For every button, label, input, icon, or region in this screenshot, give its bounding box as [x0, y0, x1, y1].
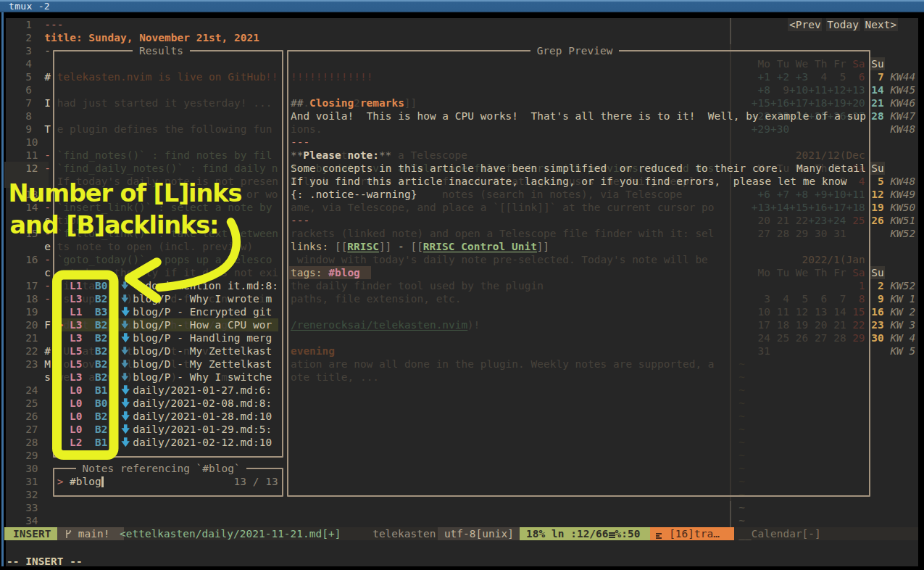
calendar-sunday-date[interactable]: 2	[878, 279, 884, 292]
dim-text: Mo Tu We Th Fr	[757, 57, 846, 70]
calendar-week-number: KW45	[890, 83, 915, 96]
links-count: L3	[70, 371, 82, 384]
key-label: tags:	[291, 266, 322, 279]
warning-segment: [16]tra…	[650, 527, 733, 540]
window-left-border	[1, 12, 4, 566]
preview-text: #blog	[70, 475, 101, 488]
dim-red-text: 1	[859, 279, 865, 292]
calendar-sunday-date[interactable]: 26	[871, 214, 883, 227]
dim-text: ions.	[291, 123, 322, 136]
calendar-week-number: KW44	[890, 70, 915, 83]
empty-line-tilde-dim: ~	[738, 384, 745, 397]
buffer-text-fragment: c	[44, 266, 51, 279]
dim-red-text: 22	[852, 318, 865, 331]
line-number: 25	[25, 397, 38, 410]
dim-red-text: 8	[859, 292, 865, 305]
results-window-title: Results	[133, 44, 190, 57]
bracket-text: **	[291, 149, 303, 162]
result-filename[interactable]: blog/P - Why I wrote m	[133, 292, 272, 305]
result-filename[interactable]: do i mention it.md:8:	[146, 279, 278, 292]
calendar-sunday-date[interactable]: 28	[871, 110, 883, 123]
result-filename[interactable]: blog/P - Handling merg	[133, 331, 272, 344]
result-filename[interactable]: blog/P - Encrypted git	[133, 305, 272, 318]
calendar-week-number: KW51	[890, 214, 915, 227]
result-filename[interactable]: daily/2021-01-29.md:5:	[133, 423, 272, 436]
preview-text: And voila! This is how a CPU works! That…	[291, 110, 866, 123]
dim-heading-text: telekasten.nvim is live on GitHub	[57, 70, 266, 83]
buffer-text-fragment: s	[44, 371, 51, 384]
terminal[interactable]: -Mo Tu We Th FrSatelekasten.nvim is live…	[6, 18, 918, 566]
dim-red-text: 25	[852, 214, 865, 227]
calendar-nav-button[interactable]: Next>	[865, 18, 897, 31]
buffer-text-fragment: M	[44, 358, 51, 371]
line-number: 17	[25, 279, 38, 292]
result-filename[interactable]: blog/D - My Zettelkast	[133, 344, 272, 358]
empty-line-tilde: ~	[738, 501, 745, 514]
dim-text: rackets (linked note) and open a Telesco…	[291, 227, 715, 240]
calendar-sunday-date[interactable]: 30	[871, 331, 883, 344]
preview-window-title: Grep Preview	[530, 44, 619, 57]
dim-text: 4	[821, 70, 828, 83]
wiki-link[interactable]: RRISC Control Unit	[423, 240, 537, 253]
selection-caret: >	[57, 318, 64, 331]
dim-text: ta	[83, 279, 95, 292]
filename-segment: <ettelkasten/daily/2021-11-21.md[+]	[120, 527, 341, 540]
calendar-sunday-date[interactable]: 5	[878, 175, 884, 188]
line-number: 9	[25, 123, 32, 136]
line-number: 33	[25, 501, 38, 514]
calendar-week-number: KW50	[890, 201, 915, 214]
buffer-punctuation: -	[44, 253, 51, 266]
backlinks-count: B2	[95, 358, 107, 371]
calendar-nav-button[interactable]: <Prev	[789, 18, 821, 31]
calendar-sunday-date[interactable]: 7	[878, 70, 884, 83]
dim-text: a	[88, 371, 95, 384]
calendar-nav-button[interactable]: Today	[827, 18, 859, 31]
calendar-sunday-date[interactable]: 12	[871, 188, 883, 201]
dim-text: s	[63, 292, 70, 305]
calendar-sunday-date[interactable]: 23	[871, 318, 883, 331]
line-number: 28	[25, 436, 38, 449]
result-filename[interactable]: daily/2021-01-28.md:10	[133, 410, 272, 423]
calendar-week-number: KW49	[890, 188, 915, 201]
cursor-line-number: 12	[25, 162, 38, 175]
result-filename[interactable]: daily/2021-02-08.md:8:	[133, 397, 272, 410]
dim-text: a Telescope	[398, 149, 467, 162]
calendar-sunday-date[interactable]: 21	[871, 96, 883, 110]
line-number: 8	[25, 110, 32, 123]
result-filename[interactable]: blog/P - How a CPU wor	[133, 318, 272, 331]
insert-cursor	[101, 476, 104, 487]
bracket-text: ]]	[379, 240, 391, 253]
result-filename[interactable]: daily/2021-01-27.md:6:	[133, 384, 272, 397]
dim-text: i	[63, 279, 70, 292]
dim-heading-text: evening	[291, 344, 335, 358]
buffer-text-fragment: #	[44, 344, 51, 358]
window-titlebar[interactable]: tmux -2	[0, 0, 924, 12]
dim-calendar-day: +8	[757, 83, 770, 96]
calendar-sunday-date[interactable]: 9	[878, 292, 884, 305]
dim-text: ts note to open (incl. preview)	[57, 240, 254, 253]
result-filename[interactable]: daily/2021-02-12.md:10	[133, 436, 272, 449]
dim-text: 27 28 29 30 31	[757, 227, 846, 240]
prompt-window-title: Notes referencing `#blog`	[76, 462, 247, 475]
dim-text: eated on the fly if it does not exi	[57, 266, 278, 279]
prompt-prefix: >	[57, 475, 64, 488]
progress-col: %:50	[615, 528, 641, 540]
dim-red-text: 15	[852, 305, 865, 318]
links-count: L0	[70, 397, 82, 410]
result-filename[interactable]: blog/P - Why I switche	[133, 371, 272, 384]
dim-text: 24 25 26 27 28	[757, 331, 846, 344]
dim-text: 3	[764, 292, 770, 305]
key-label: links:	[291, 240, 328, 253]
line-number: 22	[25, 344, 38, 358]
dim-text: window with today's daily note pre-selec…	[291, 253, 708, 266]
annotation-text-line2: and [B]acklinks:	[10, 211, 219, 240]
calendar-sunday-date[interactable]: 16	[871, 305, 883, 318]
empty-line-tilde-dim: ~	[738, 371, 745, 384]
calendar-sunday-date[interactable]: 19	[871, 201, 883, 214]
wiki-link[interactable]: RRISC	[347, 240, 379, 253]
result-filename[interactable]: blog/D - My Zettelkast	[133, 358, 272, 371]
buffer-punctuation: ---	[291, 214, 309, 227]
links-count: #blog	[328, 266, 360, 279]
dim-calendar-day: +1 +2 +3	[757, 70, 808, 83]
calendar-sunday-date[interactable]: 14	[871, 83, 883, 96]
